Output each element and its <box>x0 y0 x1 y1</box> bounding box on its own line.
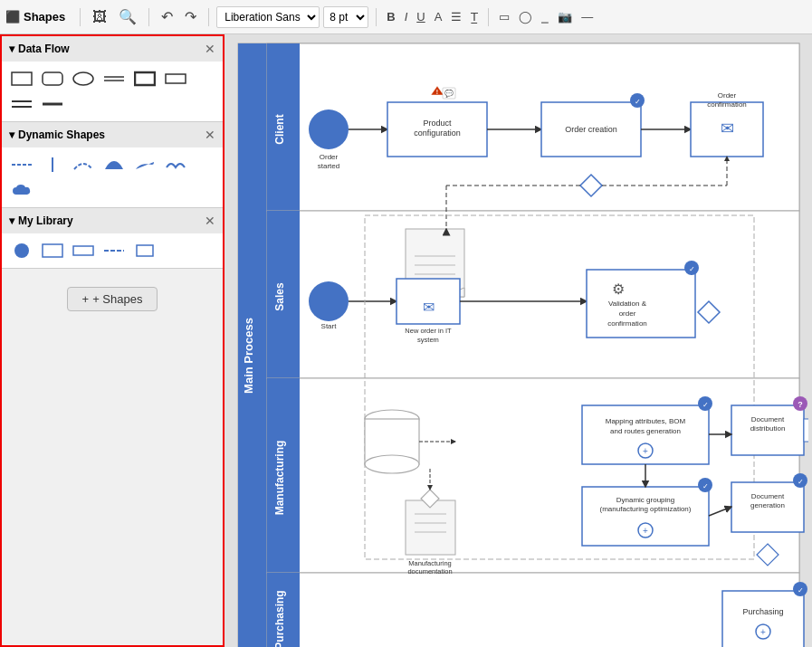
dyn-shape-wave[interactable] <box>163 155 188 175</box>
client-label: Client <box>273 114 286 144</box>
dyn-shape-arc[interactable] <box>71 155 96 175</box>
app-title: ⬛ Shapes <box>5 10 65 24</box>
svg-text:Order creation: Order creation <box>565 125 617 134</box>
dynamic-shapes-close-button[interactable]: ✕ <box>205 128 215 142</box>
mfg-doc <box>406 500 455 555</box>
my-library-header[interactable]: ▾ My Library ✕ <box>2 208 223 233</box>
svg-text:Order: Order <box>320 153 339 161</box>
svg-rect-5 <box>135 72 155 85</box>
shape-double-line[interactable] <box>101 69 127 89</box>
dyn-shape-curve2[interactable] <box>132 155 158 175</box>
dyn-shape-curve1[interactable] <box>101 155 127 175</box>
svg-text:✓: ✓ <box>798 478 804 486</box>
svg-text:Purchasing: Purchasing <box>742 607 783 616</box>
fill-tool-button[interactable]: ◯ <box>516 8 535 25</box>
svg-text:(manufacturing optimization): (manufacturing optimization) <box>600 505 692 513</box>
search-button[interactable]: 🔍 <box>114 5 141 28</box>
lib-shape-rect-sm[interactable] <box>132 241 158 261</box>
svg-text:+: + <box>760 627 766 637</box>
lib-shape-circle[interactable] <box>9 241 34 261</box>
my-library-section: ▾ My Library ✕ <box>2 208 223 269</box>
svg-text:✓: ✓ <box>798 586 804 595</box>
svg-rect-94 <box>804 419 808 442</box>
svg-text:New order in IT: New order in IT <box>405 327 452 335</box>
undo-button[interactable]: ↶ <box>157 5 177 28</box>
add-shapes-container: + + Shapes <box>2 269 223 329</box>
main-process-label: Main Process <box>242 318 255 394</box>
toolbar: ⬛ Shapes 🖼 🔍 ↶ ↷ Liberation Sans 8 pt B … <box>0 0 812 34</box>
data-flow-header[interactable]: ▾ Data Flow ✕ <box>2 36 223 62</box>
my-library-close-button[interactable]: ✕ <box>205 214 215 228</box>
svg-text:✓: ✓ <box>702 401 709 409</box>
underline-button[interactable]: U <box>414 8 427 25</box>
redo-button[interactable]: ↷ <box>180 5 201 28</box>
align-button[interactable]: ☰ <box>448 8 464 25</box>
text-button[interactable]: T̲ <box>468 8 481 25</box>
chevron-down-icon-2: ▾ <box>9 128 14 141</box>
shape-rect-thick[interactable] <box>132 69 158 89</box>
italic-button[interactable]: I <box>402 8 411 25</box>
data-flow-label: Data Flow <box>18 43 70 55</box>
image-button[interactable]: 🖼 <box>88 6 111 28</box>
add-shapes-label: + Shapes <box>92 292 142 306</box>
shape-dbl-bar[interactable] <box>9 94 34 114</box>
chevron-down-icon-3: ▾ <box>9 214 14 227</box>
svg-rect-13 <box>43 244 62 257</box>
lib-shape-dash-bar[interactable] <box>101 241 127 261</box>
purchasing-label: Purchasing <box>273 590 286 647</box>
svg-text:Dynamic grouping: Dynamic grouping <box>616 496 674 504</box>
my-library-label: My Library <box>18 214 73 227</box>
svg-rect-1 <box>43 72 62 85</box>
plus-icon: + <box>82 292 90 306</box>
svg-text:?: ? <box>798 400 803 409</box>
font-family-select[interactable]: Liberation Sans <box>216 6 320 28</box>
shape-thick-bar[interactable] <box>40 94 65 114</box>
svg-rect-16 <box>137 245 153 256</box>
my-library-shapes <box>2 233 223 268</box>
toolbar-separator-5 <box>488 8 489 26</box>
dyn-shape-cloud[interactable] <box>9 180 34 200</box>
left-panel: ▾ Data Flow ✕ <box>0 34 224 647</box>
svg-text:Document: Document <box>751 492 785 500</box>
font-color-button[interactable]: A <box>432 8 445 25</box>
svg-rect-0 <box>12 72 32 85</box>
rect-tool-button[interactable]: ▭ <box>496 8 512 25</box>
dyn-shape-dash-line[interactable] <box>9 155 34 175</box>
shape-rectangle[interactable] <box>9 69 34 89</box>
svg-text:confirmation: confirmation <box>607 319 647 328</box>
svg-text:order: order <box>619 309 636 318</box>
shape-rounded-rect[interactable] <box>40 69 65 89</box>
svg-rect-14 <box>73 246 93 255</box>
dynamic-shapes-header[interactable]: ▾ Dynamic Shapes ✕ <box>2 122 223 147</box>
chevron-down-icon: ▾ <box>9 43 14 55</box>
shape-ellipse[interactable] <box>71 69 96 89</box>
shape-rect-wide[interactable] <box>163 69 188 89</box>
dyn-shape-vert-line[interactable] <box>40 155 65 175</box>
svg-text:Mapping attributes, BOM: Mapping attributes, BOM <box>606 417 686 425</box>
dynamic-shapes-section: ▾ Dynamic Shapes ✕ <box>2 122 223 208</box>
toolbar-separator-3 <box>208 8 209 26</box>
data-flow-close-button[interactable]: ✕ <box>205 42 215 56</box>
font-size-select[interactable]: 8 pt <box>323 6 368 28</box>
svg-text:configuration: configuration <box>414 128 461 138</box>
svg-point-69 <box>365 455 419 473</box>
lib-shape-rect-outline[interactable] <box>40 241 65 261</box>
extra-tool-button[interactable]: 📷 <box>555 8 575 25</box>
toolbar-separator-4 <box>376 8 377 26</box>
canvas-area[interactable]: Main Process Client Sales Manufacturing … <box>224 34 812 647</box>
line-tool-button[interactable]: ⎯ <box>539 8 551 25</box>
svg-rect-25 <box>267 573 799 647</box>
svg-text:✉: ✉ <box>423 300 435 315</box>
svg-text:documentation: documentation <box>407 567 452 576</box>
svg-text:Manufacturing: Manufacturing <box>408 559 452 567</box>
svg-text:✓: ✓ <box>689 265 695 273</box>
order-started-node <box>309 109 349 149</box>
lib-shape-rect-wide[interactable] <box>71 241 96 261</box>
add-shapes-button[interactable]: + + Shapes <box>67 287 158 311</box>
minus-button[interactable]: — <box>578 8 596 25</box>
bold-button[interactable]: B <box>384 8 397 25</box>
svg-text:+: + <box>643 446 648 456</box>
data-flow-shapes <box>2 62 223 121</box>
toolbar-undo-redo: ↶ ↷ <box>157 5 201 28</box>
svg-text:confirmation: confirmation <box>707 100 747 109</box>
